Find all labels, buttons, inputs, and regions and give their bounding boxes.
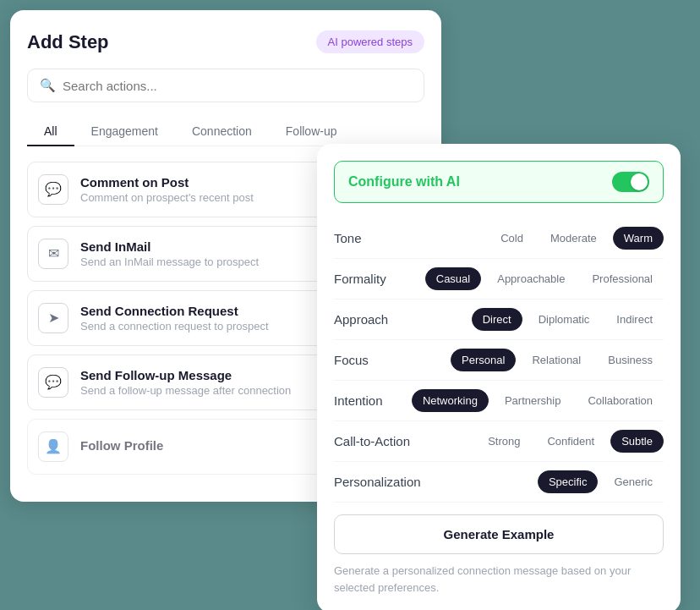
generate-button[interactable]: Generate Example [334,514,664,554]
ai-toggle[interactable] [612,172,649,192]
formality-label: Formality [334,272,410,286]
tab-all[interactable]: All [27,118,74,146]
action-title: Comment on Post [80,175,254,190]
personalization-row: Personalization Specific Generic [334,462,664,503]
intention-options: Networking Partnership Collaboration [412,389,664,412]
tab-connection[interactable]: Connection [175,118,269,146]
focus-personal[interactable]: Personal [451,349,516,371]
action-desc: Send a connection request to prospect [80,320,269,332]
action-title: Send Follow-up Message [80,368,291,382]
tabs: All Engagement Connection Follow-up [27,118,424,146]
personalization-specific[interactable]: Specific [538,470,599,493]
action-title: Send Connection Request [80,304,269,318]
panel-title: Add Step [27,31,109,53]
tab-engagement[interactable]: Engagement [74,118,175,146]
cta-label: Call-to-Action [334,434,410,448]
mail-icon: ✉ [38,239,68,269]
ai-config-panel: Configure with AI Tone Cold Moderate War… [317,144,681,610]
panel-header: Add Step AI powered steps [27,30,424,53]
approach-indirect[interactable]: Indirect [605,308,664,331]
ai-config-header: Configure with AI [334,161,664,203]
approach-label: Approach [334,312,410,327]
action-title: Follow Profile [80,438,163,453]
focus-options: Personal Relational Business [451,349,664,371]
cta-subtle[interactable]: Subtle [610,430,664,453]
tone-label: Tone [334,231,410,245]
tone-cold[interactable]: Cold [489,227,534,250]
comment-icon: 💬 [38,174,68,205]
intention-collaboration[interactable]: Collaboration [577,389,664,412]
formality-casual[interactable]: Casual [425,267,481,290]
action-desc: Send an InMail message to prospect [80,256,259,268]
followup-icon: 💬 [38,367,68,398]
approach-diplomatic[interactable]: Diplomatic [528,308,601,331]
search-icon: 🔍 [40,78,56,93]
formality-approachable[interactable]: Approachable [486,267,576,290]
intention-label: Intention [334,393,410,408]
formality-professional[interactable]: Professional [581,267,664,290]
focus-business[interactable]: Business [597,349,664,371]
generate-desc: Generate a personalized connection messa… [334,563,664,596]
personalization-options: Specific Generic [538,470,664,493]
intention-networking[interactable]: Networking [412,389,489,412]
formality-row: Formality Casual Approachable Profession… [334,259,664,300]
ai-config-title: Configure with AI [348,174,460,190]
search-box[interactable]: 🔍 [27,69,424,102]
action-title: Send InMail [80,239,259,254]
tone-warm[interactable]: Warm [613,227,664,250]
profile-icon: 👤 [38,431,68,462]
personalization-label: Personalization [334,475,421,489]
intention-row: Intention Networking Partnership Collabo… [334,381,664,421]
intention-partnership[interactable]: Partnership [494,389,571,412]
tone-row: Tone Cold Moderate Warm [334,218,664,259]
action-desc: Comment on prospect's recent post [80,191,254,204]
focus-row: Focus Personal Relational Business [334,340,664,381]
connection-icon: ➤ [38,303,68,333]
search-input[interactable] [63,79,412,93]
focus-relational[interactable]: Relational [521,349,592,371]
formality-options: Casual Approachable Professional [425,267,664,290]
approach-row: Approach Direct Diplomatic Indirect [334,300,664,340]
focus-label: Focus [334,353,410,367]
cta-strong[interactable]: Strong [477,430,531,453]
tab-followup[interactable]: Follow-up [269,118,354,146]
personalization-generic[interactable]: Generic [603,470,664,493]
approach-direct[interactable]: Direct [472,308,522,331]
action-desc: Send a follow-up message after connectio… [80,384,291,397]
tone-moderate[interactable]: Moderate [539,227,608,250]
ai-badge: AI powered steps [316,30,424,53]
tone-options: Cold Moderate Warm [489,227,664,250]
cta-confident[interactable]: Confident [536,430,605,453]
cta-options: Strong Confident Subtle [477,430,664,453]
generate-btn-wrap: Generate Example Generate a personalized… [334,514,664,596]
approach-options: Direct Diplomatic Indirect [472,308,664,331]
cta-row: Call-to-Action Strong Confident Subtle [334,421,664,462]
